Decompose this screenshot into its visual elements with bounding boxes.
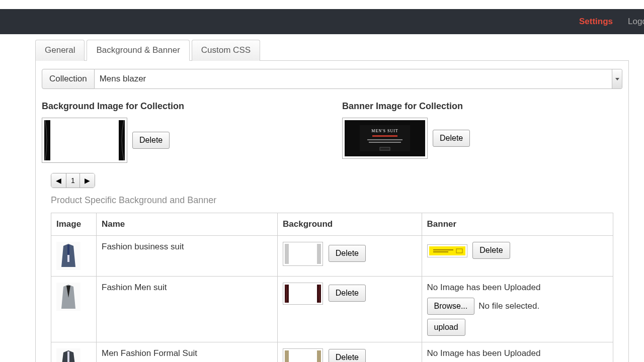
th-banner: Banner bbox=[422, 213, 613, 236]
tab-panel: Collection Mens blazer Background Image … bbox=[35, 61, 629, 362]
svg-rect-12 bbox=[67, 245, 69, 255]
topbar: Settings Logout bbox=[0, 9, 644, 34]
banner-image-icon: MEN'S SUIT bbox=[345, 120, 425, 156]
product-thumb-icon bbox=[56, 348, 80, 362]
svg-rect-13 bbox=[285, 244, 321, 264]
svg-rect-15 bbox=[317, 244, 321, 264]
row-background-preview bbox=[283, 242, 323, 266]
svg-text:MEN'S SUIT: MEN'S SUIT bbox=[371, 129, 398, 133]
table-row: Fashion business suit Delete bbox=[51, 236, 613, 277]
product-name: Men Fashion Formal Suit bbox=[97, 342, 278, 363]
svg-rect-18 bbox=[433, 251, 448, 252]
svg-rect-21 bbox=[285, 285, 321, 303]
topbar-spacer bbox=[0, 0, 644, 9]
tab-background-banner[interactable]: Background & Banner bbox=[87, 40, 189, 61]
pager-next-button[interactable]: ▶ bbox=[80, 173, 95, 188]
nav-logout[interactable]: Logout bbox=[628, 17, 644, 27]
row-banner-preview bbox=[427, 244, 467, 257]
product-name: Fashion business suit bbox=[97, 236, 278, 277]
chevron-down-icon[interactable] bbox=[612, 69, 622, 88]
table-row: Men Fashion Formal Suit Delete No Im bbox=[51, 342, 613, 363]
background-image-icon bbox=[44, 120, 125, 160]
collection-select[interactable]: Mens blazer bbox=[95, 69, 622, 89]
row-background-preview bbox=[283, 348, 323, 362]
th-image: Image bbox=[51, 213, 97, 236]
no-image-text: No Image has been Uploaded bbox=[427, 283, 608, 293]
tabs: General Background & Banner Custom CSS bbox=[35, 39, 629, 61]
svg-rect-14 bbox=[285, 244, 289, 264]
tab-custom-css[interactable]: Custom CSS bbox=[192, 40, 260, 61]
svg-rect-9 bbox=[380, 147, 390, 150]
product-thumb-icon bbox=[56, 283, 80, 311]
svg-rect-8 bbox=[369, 142, 401, 143]
row-delete-background-button[interactable]: Delete bbox=[329, 245, 366, 262]
pager-prev-button[interactable]: ◀ bbox=[51, 173, 66, 188]
svg-rect-17 bbox=[433, 249, 453, 250]
svg-rect-1 bbox=[44, 120, 50, 160]
delete-background-button[interactable]: Delete bbox=[132, 132, 170, 149]
svg-rect-25 bbox=[67, 351, 69, 362]
svg-rect-27 bbox=[285, 350, 289, 362]
th-name: Name bbox=[97, 213, 278, 236]
svg-rect-6 bbox=[372, 135, 397, 137]
tab-general[interactable]: General bbox=[35, 40, 85, 61]
banner-section: Banner Image for Collection MEN'S SUIT bbox=[342, 101, 622, 163]
row-background-preview bbox=[283, 283, 323, 305]
upload-button[interactable]: upload bbox=[427, 319, 465, 336]
browse-button[interactable]: Browse... bbox=[427, 298, 475, 315]
row-delete-banner-button[interactable]: Delete bbox=[472, 242, 510, 259]
nav-settings[interactable]: Settings bbox=[579, 17, 613, 27]
row-delete-background-button[interactable]: Delete bbox=[329, 285, 366, 302]
banner-image-preview: MEN'S SUIT bbox=[342, 118, 428, 159]
pager-page-number[interactable]: 1 bbox=[66, 173, 80, 188]
svg-rect-19 bbox=[456, 249, 462, 253]
banner-heading: Banner Image for Collection bbox=[342, 101, 622, 112]
background-section: Background Image for Collection Delete bbox=[42, 101, 322, 163]
background-heading: Background Image for Collection bbox=[42, 101, 322, 112]
th-background: Background bbox=[278, 213, 422, 236]
table-row: Fashion Men suit Delete bbox=[51, 277, 613, 342]
svg-rect-26 bbox=[285, 350, 321, 362]
svg-rect-7 bbox=[367, 139, 403, 140]
delete-banner-button[interactable]: Delete bbox=[433, 130, 470, 147]
collection-label: Collection bbox=[42, 69, 95, 89]
collection-selected-value: Mens blazer bbox=[100, 74, 146, 84]
row-delete-background-button[interactable]: Delete bbox=[329, 349, 366, 362]
background-image-preview bbox=[42, 118, 127, 163]
collection-selector: Collection Mens blazer bbox=[42, 69, 622, 89]
product-name: Fashion Men suit bbox=[97, 277, 278, 342]
product-table-heading: Product Specific Background and Banner bbox=[51, 195, 622, 206]
pager: ◀ 1 ▶ bbox=[51, 173, 95, 188]
svg-rect-0 bbox=[44, 120, 125, 160]
product-thumb-icon bbox=[56, 242, 80, 270]
file-selected-text: No file selected. bbox=[478, 301, 539, 311]
no-image-text: No Image has been Uploaded bbox=[427, 348, 608, 358]
svg-rect-28 bbox=[317, 350, 321, 362]
product-table: Image Name Background Banner bbox=[51, 213, 613, 362]
